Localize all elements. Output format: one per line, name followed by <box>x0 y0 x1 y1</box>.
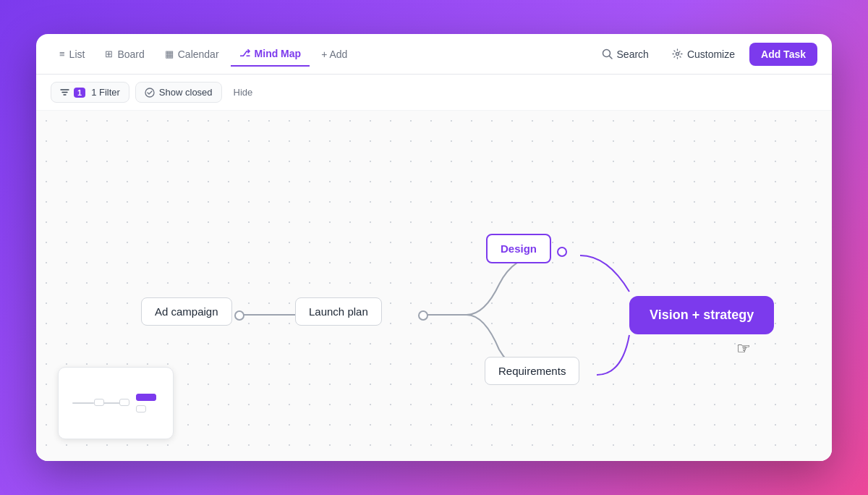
svg-point-2 <box>676 53 678 56</box>
minimap-line-2 <box>103 402 121 404</box>
node-launch-plan[interactable]: Launch plan <box>295 297 382 326</box>
mindmap-icon: ⎇ <box>239 48 250 59</box>
hide-button[interactable]: Hide <box>228 82 259 102</box>
tab-calendar[interactable]: ▦ Calendar <box>156 43 228 66</box>
app-window: ≡ List ⊞ Board ▦ Calendar ⎇ Mind Map + A… <box>36 34 832 461</box>
connector-dot-1 <box>234 310 244 321</box>
filter-count: 1 <box>74 88 85 98</box>
tab-calendar-label: Calendar <box>178 48 219 60</box>
customize-button[interactable]: Customize <box>663 43 744 65</box>
list-icon: ≡ <box>59 48 65 59</box>
search-icon <box>602 48 613 59</box>
minimap-line-1 <box>72 402 94 404</box>
minimap-inner <box>72 378 159 428</box>
tab-board[interactable]: ⊞ Board <box>96 43 153 66</box>
add-task-button[interactable]: Add Task <box>749 43 817 66</box>
minimap-node-1 <box>94 399 104 406</box>
filter-bar: 1 1 Filter Show closed Hide <box>36 75 832 111</box>
toolbar-right: Search Customize Add Task <box>593 43 817 66</box>
board-icon: ⊞ <box>105 48 113 59</box>
node-design[interactable]: Design <box>486 234 551 263</box>
tab-mindmap[interactable]: ⎇ Mind Map <box>231 42 310 67</box>
minimap-node-3 <box>136 394 156 401</box>
search-button[interactable]: Search <box>593 43 658 65</box>
filter-button[interactable]: 1 1 Filter <box>51 82 129 103</box>
minimap-node-2 <box>119 399 129 406</box>
tab-add[interactable]: + Add <box>312 43 356 66</box>
connector-dot-2 <box>418 310 428 321</box>
search-label: Search <box>617 48 649 60</box>
hide-label: Hide <box>234 87 253 98</box>
gear-icon <box>672 48 683 59</box>
canvas-area[interactable]: Ad campaign Launch plan Design Requireme… <box>36 111 832 461</box>
filter-icon <box>60 88 69 97</box>
node-requirements[interactable]: Requirements <box>485 357 579 385</box>
minimap[interactable] <box>58 367 174 439</box>
show-closed-button[interactable]: Show closed <box>135 82 222 103</box>
tab-list[interactable]: ≡ List <box>51 43 93 66</box>
customize-label: Customize <box>687 48 735 60</box>
show-closed-label: Show closed <box>159 87 213 98</box>
tab-list-label: List <box>69 48 85 60</box>
tab-add-label: + Add <box>321 48 347 60</box>
svg-line-1 <box>609 56 612 59</box>
filter-label: 1 Filter <box>91 87 120 98</box>
tab-mindmap-label: Mind Map <box>255 48 302 59</box>
check-circle-icon <box>145 88 155 98</box>
tab-board-label: Board <box>117 48 144 60</box>
calendar-icon: ▦ <box>165 48 174 59</box>
node-ad-campaign[interactable]: Ad campaign <box>141 297 232 326</box>
cursor-hand: ☞ <box>736 339 751 358</box>
connector-dot-3 <box>557 247 567 257</box>
toolbar: ≡ List ⊞ Board ▦ Calendar ⎇ Mind Map + A… <box>36 34 832 75</box>
node-vision-strategy[interactable]: Vision + strategy <box>629 296 774 334</box>
minimap-node-4 <box>136 405 146 412</box>
add-task-label: Add Task <box>761 48 806 60</box>
svg-point-6 <box>145 88 154 97</box>
